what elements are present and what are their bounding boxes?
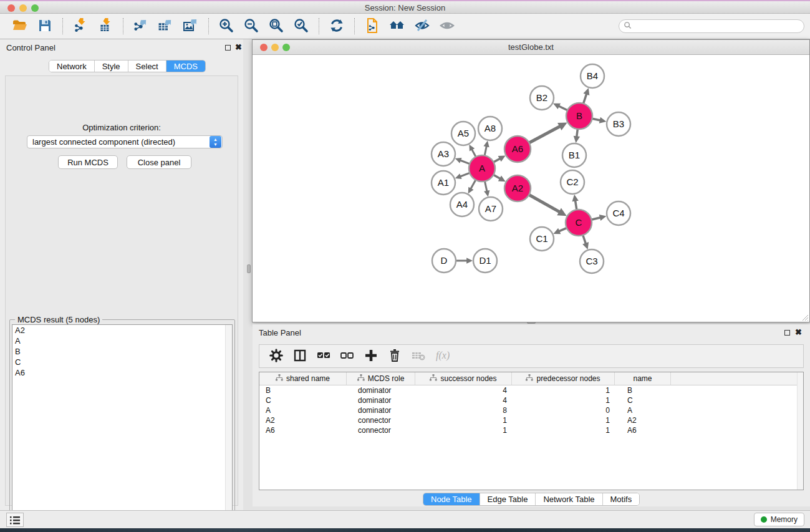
- tab-node-table[interactable]: Node Table: [423, 493, 480, 505]
- tab-style[interactable]: Style: [95, 60, 128, 72]
- table-cell: dominator: [347, 395, 415, 405]
- column-header-MCDS-role[interactable]: MCDS role: [347, 372, 415, 385]
- graph-edge-B-B2[interactable]: [559, 106, 568, 110]
- task-history-button[interactable]: [6, 513, 24, 527]
- search-box[interactable]: [619, 19, 804, 33]
- graph-edge-C-C2[interactable]: [576, 201, 577, 211]
- tab-motifs[interactable]: Motifs: [603, 493, 640, 505]
- table-scrollbar[interactable]: [797, 372, 803, 490]
- zoom-selected-button[interactable]: [292, 17, 311, 36]
- graph-edge-A6-B[interactable]: [529, 127, 561, 143]
- export-network-button[interactable]: [132, 17, 150, 36]
- result-list-item[interactable]: C: [12, 357, 232, 367]
- window-resize-grip[interactable]: [801, 313, 808, 321]
- column-header-predecessor-nodes[interactable]: predecessor nodes: [512, 372, 615, 385]
- export-image-button[interactable]: [181, 17, 200, 36]
- column-header-successor-nodes[interactable]: successor nodes: [415, 372, 512, 385]
- column-label: shared name: [286, 374, 330, 383]
- table-close-icon[interactable]: ✖: [795, 327, 802, 337]
- graph-node-label-A6: A6: [512, 143, 523, 154]
- zoom-in-button[interactable]: [217, 17, 236, 36]
- graph-edge-C-C4[interactable]: [591, 218, 600, 220]
- vertical-splitter-handle[interactable]: [247, 264, 251, 273]
- zoom-fit-button[interactable]: [267, 17, 286, 36]
- graph-node-label-B: B: [576, 110, 582, 121]
- zoom-in-icon: [218, 17, 234, 36]
- graph-edge-A-A8[interactable]: [485, 146, 486, 156]
- deselect-all-button[interactable]: [338, 347, 357, 365]
- result-list-item[interactable]: A: [12, 336, 232, 346]
- result-scrollbar[interactable]: [225, 325, 232, 530]
- graph-edge-C-C3[interactable]: [582, 235, 586, 244]
- table-row[interactable]: A2connector11A2: [259, 415, 803, 425]
- graph-edge-B-B4[interactable]: [583, 94, 586, 104]
- zoom-out-button[interactable]: [242, 17, 261, 36]
- import-table-button[interactable]: [96, 17, 115, 36]
- table-row[interactable]: A6connector11A6: [259, 425, 803, 435]
- select-all-button[interactable]: [314, 347, 333, 365]
- tab-mcds[interactable]: MCDS: [166, 60, 205, 72]
- toggle-columns-icon: [292, 348, 307, 365]
- table-cell: connector: [347, 415, 415, 425]
- hide-graphics-details-icon: [414, 17, 430, 36]
- table-body: Bdominator41BCdominator41CAdominator80AA…: [259, 385, 803, 435]
- network-canvas[interactable]: A5A8A3AA1A4A7A6A2B2B4BB3B1C2CC4C1C3DD1: [253, 56, 809, 321]
- criterion-dropdown[interactable]: largest connected component (directed) ▲…: [27, 135, 223, 148]
- graph-edge-A-A1[interactable]: [460, 173, 470, 177]
- close-panel-icon[interactable]: ✖: [235, 42, 242, 52]
- import-table-icon: [97, 17, 113, 36]
- delete-columns-button[interactable]: [385, 347, 404, 365]
- memory-button[interactable]: Memory: [754, 513, 804, 526]
- table-cell: 0: [512, 405, 615, 415]
- table-cell: 8: [415, 405, 512, 415]
- open-session-button[interactable]: [11, 17, 29, 36]
- graph-node-label-A1: A1: [438, 177, 449, 188]
- import-network-button[interactable]: [71, 17, 90, 36]
- toggle-columns-button[interactable]: [291, 347, 309, 365]
- export-image-icon: [183, 17, 199, 36]
- table-row[interactable]: Adominator80A: [259, 405, 803, 415]
- close-panel-button[interactable]: Close panel: [127, 155, 191, 169]
- table-float-icon[interactable]: [784, 330, 790, 336]
- column-header-shared-name[interactable]: shared name: [259, 372, 347, 385]
- column-label: predecessor nodes: [536, 374, 600, 383]
- graph-edge-A2-C[interactable]: [528, 195, 559, 212]
- tab-network[interactable]: Network: [49, 60, 95, 72]
- table-cell: B: [615, 385, 671, 395]
- save-session-button[interactable]: [36, 17, 54, 36]
- graph-edge-A-A4[interactable]: [471, 180, 476, 189]
- network-window-titlebar: testGlobe.txt: [253, 40, 809, 55]
- graph-edge-A-A3[interactable]: [460, 160, 470, 164]
- table-row[interactable]: Cdominator41C: [259, 395, 803, 405]
- show-graphics-details-button[interactable]: [438, 17, 456, 36]
- tab-select[interactable]: Select: [128, 60, 166, 72]
- add-column-icon: [364, 348, 378, 365]
- duplicate-network-button[interactable]: [363, 17, 382, 36]
- hide-graphics-details-button[interactable]: [413, 17, 432, 36]
- graph-node-label-B3: B3: [613, 118, 624, 129]
- tab-network-table[interactable]: Network Table: [536, 493, 602, 505]
- table-settings-icon: [269, 348, 284, 365]
- refresh-button[interactable]: [327, 17, 346, 36]
- mcds-result-list[interactable]: A2ABCA6: [12, 324, 233, 530]
- result-list-item[interactable]: B: [12, 346, 232, 357]
- result-list-item[interactable]: A2: [12, 325, 232, 336]
- result-list-item[interactable]: A6: [12, 367, 232, 378]
- function-builder-icon: f(x): [435, 348, 450, 365]
- add-column-button[interactable]: [362, 347, 380, 365]
- search-input[interactable]: [634, 22, 804, 31]
- table-toolbar: f(x): [259, 344, 804, 368]
- column-label: successor nodes: [440, 374, 496, 383]
- control-panel-tabs: NetworkStyleSelectMCDS: [49, 60, 206, 72]
- zoom-fit-icon: [268, 17, 284, 36]
- table-row[interactable]: Bdominator41B: [259, 385, 803, 395]
- table-cell: C: [615, 395, 671, 405]
- graph-edge-A-A7[interactable]: [485, 181, 487, 191]
- column-header-name[interactable]: name: [615, 372, 671, 385]
- float-panel-icon[interactable]: [225, 45, 231, 51]
- table-settings-button[interactable]: [267, 347, 286, 365]
- tab-edge-table[interactable]: Edge Table: [480, 493, 536, 505]
- home-network-button[interactable]: [388, 17, 407, 36]
- export-table-button[interactable]: [157, 17, 175, 36]
- run-mcds-button[interactable]: Run MCDS: [58, 155, 118, 169]
